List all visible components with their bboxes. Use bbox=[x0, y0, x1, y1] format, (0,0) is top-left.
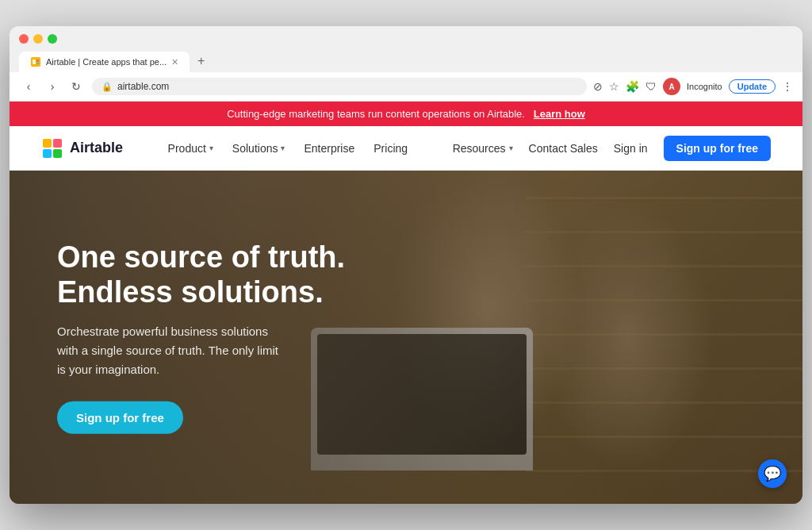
nav-item-pricing[interactable]: Pricing bbox=[373, 142, 408, 155]
product-chevron-icon: ▾ bbox=[209, 144, 213, 152]
svg-rect-2 bbox=[36, 60, 39, 62]
avatar-initial: A bbox=[668, 83, 674, 91]
refresh-button[interactable]: ↻ bbox=[67, 77, 86, 96]
nav-solutions-label: Solutions bbox=[232, 142, 278, 155]
svg-rect-5 bbox=[53, 139, 62, 148]
solutions-chevron-icon: ▾ bbox=[281, 144, 285, 152]
hero-heading: One source of truth. Endless solutions. bbox=[57, 240, 345, 309]
nav-header: Airtable Product ▾ Solutions ▾ Enterpris… bbox=[10, 126, 802, 171]
tab-close-icon[interactable]: ✕ bbox=[171, 57, 178, 67]
lock-icon: 🔒 bbox=[102, 82, 113, 92]
address-bar-row: ‹ › ↻ 🔒 airtable.com ⊘ ☆ 🧩 🛡 A Incognito… bbox=[10, 72, 802, 102]
maximize-button[interactable] bbox=[48, 34, 57, 44]
signup-button[interactable]: Sign up for free bbox=[664, 136, 771, 161]
new-tab-button[interactable]: + bbox=[190, 50, 213, 72]
hero-cta-button[interactable]: Sign up for free bbox=[57, 401, 183, 434]
nav-resources-label: Resources bbox=[453, 142, 506, 155]
minimize-button[interactable] bbox=[33, 34, 43, 44]
tab-favicon bbox=[30, 56, 41, 67]
tab-bar: Airtable | Create apps that pe... ✕ + bbox=[19, 50, 793, 72]
resources-chevron-icon: ▾ bbox=[509, 144, 513, 152]
website-content: Cutting-edge marketing teams run content… bbox=[10, 102, 802, 504]
browser-window: Airtable | Create apps that pe... ✕ + ‹ … bbox=[10, 26, 802, 504]
browser-chrome: Airtable | Create apps that pe... ✕ + bbox=[10, 26, 802, 72]
airtable-logo-icon bbox=[41, 137, 63, 159]
shield-icon: 🛡 bbox=[645, 80, 657, 93]
announcement-link[interactable]: Learn how bbox=[534, 108, 585, 120]
hero-section: One source of truth. Endless solutions. … bbox=[10, 171, 802, 504]
incognito-label: Incognito bbox=[687, 82, 722, 91]
menu-icon[interactable]: ⋮ bbox=[782, 80, 793, 93]
traffic-lights bbox=[19, 34, 793, 44]
nav-product-label: Product bbox=[168, 142, 206, 155]
hero-subtext: Orchestrate powerful business solutions … bbox=[57, 322, 279, 379]
close-button[interactable] bbox=[19, 34, 29, 44]
hero-content: One source of truth. Endless solutions. … bbox=[57, 240, 345, 434]
hero-heading-line2: Endless solutions. bbox=[57, 275, 324, 309]
star-icon[interactable]: ☆ bbox=[609, 80, 619, 93]
puzzle-icon[interactable]: 🧩 bbox=[626, 80, 639, 93]
active-tab[interactable]: Airtable | Create apps that pe... ✕ bbox=[19, 52, 190, 72]
svg-rect-3 bbox=[36, 63, 39, 64]
nav-item-sign-in[interactable]: Sign in bbox=[614, 142, 648, 155]
announcement-banner: Cutting-edge marketing teams run content… bbox=[10, 102, 802, 126]
nav-item-enterprise[interactable]: Enterprise bbox=[304, 142, 354, 155]
hero-heading-line1: One source of truth. bbox=[57, 240, 345, 274]
nav-enterprise-label: Enterprise bbox=[304, 142, 354, 155]
url-text: airtable.com bbox=[117, 81, 169, 92]
nav-right: Resources ▾ Contact Sales Sign in Sign u… bbox=[453, 136, 771, 161]
announcement-text: Cutting-edge marketing teams run content… bbox=[227, 108, 525, 120]
nav-item-product[interactable]: Product ▾ bbox=[168, 142, 213, 155]
nav-item-resources[interactable]: Resources ▾ bbox=[453, 142, 513, 155]
svg-rect-1 bbox=[33, 60, 36, 64]
svg-rect-7 bbox=[53, 149, 62, 158]
back-button[interactable]: ‹ bbox=[19, 77, 38, 96]
toolbar-icons: ⊘ ☆ 🧩 🛡 A Incognito Update ⋮ bbox=[593, 78, 793, 95]
nav-pricing-label: Pricing bbox=[373, 142, 408, 155]
profile-avatar[interactable]: A bbox=[663, 78, 680, 95]
logo-text: Airtable bbox=[70, 140, 123, 156]
svg-rect-6 bbox=[43, 149, 52, 158]
chat-bubble-button[interactable]: 💬 bbox=[758, 459, 787, 488]
chat-icon: 💬 bbox=[764, 465, 781, 482]
cast-icon: ⊘ bbox=[593, 80, 603, 93]
nav-left: Product ▾ Solutions ▾ Enterprise Pricing bbox=[168, 142, 408, 155]
nav-item-contact-sales[interactable]: Contact Sales bbox=[529, 142, 598, 155]
nav-buttons: ‹ › ↻ bbox=[19, 77, 86, 96]
nav-item-solutions[interactable]: Solutions ▾ bbox=[232, 142, 285, 155]
address-field[interactable]: 🔒 airtable.com bbox=[92, 78, 587, 95]
tab-title: Airtable | Create apps that pe... bbox=[46, 57, 167, 67]
forward-button[interactable]: › bbox=[43, 77, 62, 96]
svg-rect-4 bbox=[43, 139, 52, 148]
nav-contact-label: Contact Sales bbox=[529, 142, 598, 155]
logo-area[interactable]: Airtable bbox=[41, 137, 123, 159]
update-button[interactable]: Update bbox=[729, 79, 776, 94]
